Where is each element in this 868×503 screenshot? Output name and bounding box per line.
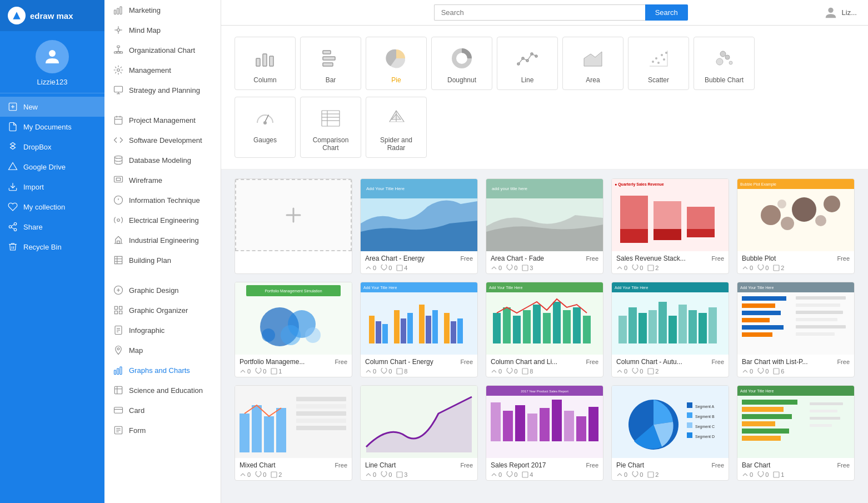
- svg-rect-187: [796, 303, 840, 307]
- sidebar-item-import[interactable]: Import: [0, 177, 104, 197]
- sidebar-item-google-drive[interactable]: Google Drive: [0, 157, 104, 177]
- chart-type-bar[interactable]: Bar: [300, 37, 361, 90]
- svg-rect-153: [503, 307, 511, 343]
- category-mind-map[interactable]: Mind Map: [104, 20, 221, 40]
- template-portfolio[interactable]: Portfolio Management Simulation Portfoli…: [235, 282, 352, 377]
- template-line-chart[interactable]: Line Chart Free 0 0 3: [360, 385, 478, 481]
- scatter-chart-icon: [645, 45, 672, 72]
- category-software-dev[interactable]: Software Development: [104, 130, 221, 150]
- chart-type-bubble[interactable]: Bubble Chart: [694, 37, 755, 90]
- template-column-autu[interactable]: Add Your Title Here: [611, 282, 729, 377]
- svg-rect-143: [426, 316, 431, 343]
- add-new-template[interactable]: [235, 178, 352, 274]
- template-bar-chart2[interactable]: Add Your Title Here: [737, 385, 855, 481]
- template-stats-portfolio: 0 0 1: [240, 368, 347, 375]
- svg-point-25: [117, 69, 120, 72]
- svg-rect-217: [588, 407, 598, 441]
- chart-type-gauges[interactable]: Gauges: [235, 97, 296, 158]
- chart-type-line[interactable]: Line: [497, 37, 558, 90]
- svg-rect-154: [513, 316, 521, 343]
- template-sales-report[interactable]: 2017 Year Product Sales Report: [486, 385, 603, 481]
- category-industrial[interactable]: Industrial Engineering: [104, 230, 221, 250]
- category-strategy[interactable]: Strategy and Planning: [104, 80, 221, 100]
- svg-rect-189: [796, 318, 837, 321]
- template-info-area-energy: Area Chart - Energy Free 0 0 4: [361, 251, 477, 273]
- sidebar-item-my-documents[interactable]: My Documents: [0, 117, 104, 137]
- category-project-mgmt[interactable]: Project Management: [104, 110, 221, 130]
- svg-rect-225: [687, 422, 692, 428]
- category-management[interactable]: Management: [104, 60, 221, 80]
- template-badge-column-autu: Free: [711, 358, 724, 365]
- add-template-thumb: [235, 179, 352, 251]
- template-column-energy[interactable]: Add Your Title Here: [360, 282, 478, 377]
- svg-rect-216: [576, 416, 586, 441]
- template-area-fade[interactable]: add your title here Area Chart - Fade Fr…: [486, 178, 603, 274]
- template-column-li[interactable]: Add Your Title Here: [486, 282, 603, 377]
- category-electrical[interactable]: Electrical Engineering: [104, 210, 221, 230]
- doughnut-chart-icon: [448, 45, 475, 72]
- svg-rect-172: [679, 305, 687, 343]
- svg-rect-147: [457, 318, 463, 343]
- chart-type-doughnut[interactable]: Doughnut: [431, 37, 492, 90]
- sidebar-item-share[interactable]: Share: [0, 217, 104, 237]
- category-infographic[interactable]: Infographic: [104, 320, 221, 340]
- sidebar-item-new[interactable]: New: [0, 97, 104, 117]
- svg-rect-40: [117, 241, 120, 244]
- template-sales-revenue[interactable]: ● Quarterly Sales Revenue Sales Revenue …: [611, 178, 729, 274]
- chart-type-area[interactable]: Area: [562, 37, 623, 90]
- category-science-edu[interactable]: Science and Education: [104, 380, 221, 400]
- svg-rect-173: [689, 310, 697, 343]
- chart-type-spider[interactable]: Spider and Radar: [366, 97, 427, 158]
- svg-rect-215: [564, 411, 574, 441]
- chart-type-comparison[interactable]: Comparison Chart: [300, 97, 361, 158]
- svg-rect-142: [419, 305, 425, 343]
- chart-type-label-bubble: Bubble Chart: [705, 76, 744, 84]
- category-graphic-org[interactable]: Graphic Organizer: [104, 300, 221, 320]
- template-stats-sales-report: 0 0 4: [491, 471, 598, 478]
- sidebar-label-google-drive: Google Drive: [23, 163, 66, 171]
- sidebar-label-dropbox: DropBox: [23, 143, 52, 151]
- svg-rect-190: [796, 325, 846, 328]
- template-stats-sales-revenue: 0 0 2: [616, 265, 724, 271]
- template-row3-1[interactable]: Mixed Chart Free 0 0 2: [235, 385, 352, 481]
- search-input[interactable]: [434, 4, 645, 21]
- svg-rect-175: [709, 307, 717, 343]
- template-bar-list[interactable]: Add Your Title Here: [737, 282, 855, 377]
- template-badge-bar-list: Free: [837, 358, 850, 365]
- chart-type-column[interactable]: Column: [235, 37, 296, 90]
- category-org-chart[interactable]: Organizational Chart: [104, 40, 221, 60]
- category-building[interactable]: Building Plan: [104, 250, 221, 270]
- template-bubble-plot[interactable]: Bubble Plot Example Bubble Plot Free: [737, 178, 855, 274]
- category-graphs-charts[interactable]: Graphs and Charts: [104, 360, 221, 380]
- template-thumb-sales-revenue: ● Quarterly Sales Revenue: [612, 179, 729, 251]
- category-wireframe[interactable]: Wireframe: [104, 170, 221, 190]
- sidebar-item-recycle-bin[interactable]: Recycle Bin: [0, 237, 104, 257]
- sidebar-item-my-collection[interactable]: My collection: [0, 197, 104, 217]
- svg-rect-161: [583, 316, 591, 343]
- template-info-sales-revenue: Sales Revenue Stack... Free 0 0 2: [612, 251, 729, 273]
- category-graphic-design[interactable]: Graphic Design: [104, 280, 221, 300]
- svg-rect-52: [117, 368, 119, 375]
- search-button[interactable]: Search: [645, 4, 688, 21]
- sidebar-item-dropbox[interactable]: DropBox: [0, 137, 104, 157]
- svg-text:Add Your Title Here: Add Your Title Here: [740, 286, 774, 290]
- chart-type-pie[interactable]: Pie: [366, 37, 427, 90]
- template-name-bar-chart2: Bar Chart: [742, 461, 770, 469]
- template-info-row3-1: Mixed Chart Free 0 0 2: [235, 458, 352, 480]
- category-form[interactable]: Form: [104, 420, 221, 440]
- svg-rect-198: [296, 397, 346, 401]
- category-database[interactable]: Database Modeling: [104, 150, 221, 170]
- svg-rect-137: [376, 321, 381, 343]
- chart-type-label-doughnut: Doughnut: [447, 76, 476, 84]
- template-pie-chart[interactable]: Segment A Segment B Segment C Segment D …: [611, 385, 729, 481]
- chart-type-scatter[interactable]: Scatter: [628, 37, 689, 90]
- category-map[interactable]: Map: [104, 340, 221, 360]
- category-marketing[interactable]: Marketing: [104, 0, 221, 20]
- sidebar-navigation: New My Documents DropBox Google Drive Im…: [0, 93, 104, 260]
- category-info-tech[interactable]: Information Technique: [104, 190, 221, 210]
- svg-rect-158: [553, 302, 561, 343]
- category-card[interactable]: Card: [104, 400, 221, 420]
- template-area-energy[interactable]: Add Your Title Here Area Chart - Energy …: [360, 178, 478, 274]
- logo-text: edraw max: [30, 11, 73, 21]
- svg-point-131: [262, 328, 275, 342]
